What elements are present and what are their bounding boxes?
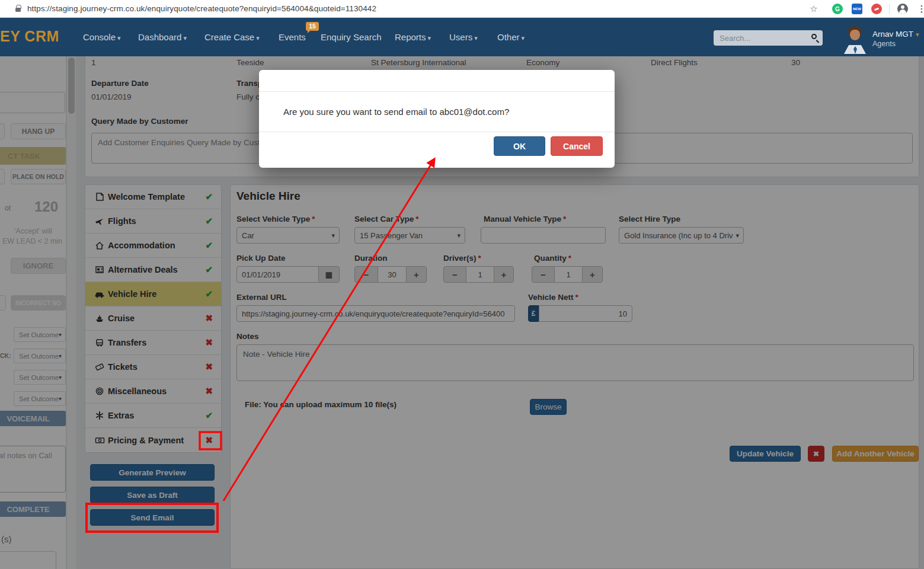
chrome-divider [889,4,890,14]
nav-events[interactable]: Events 15 [279,32,306,42]
top-navbar: EY CRM Console▾ Dashboard▾ Create Case▾ … [0,18,924,56]
send-email-confirm-dialog: Are you sure you want to send email to a… [259,70,615,168]
ok-button[interactable]: OK [494,136,545,156]
nav-enquiry-search[interactable]: Enquiry Search [321,32,382,42]
chevron-down-icon: ▾ [428,34,431,41]
chevron-down-icon: ▾ [474,34,478,41]
chevron-down-icon: ▾ [916,31,919,38]
chevron-down-icon: ▾ [117,34,121,41]
chevron-down-icon: ▾ [183,34,187,41]
browser-profile-icon[interactable] [897,4,908,14]
user-avatar[interactable] [844,26,866,54]
search-icon[interactable] [811,34,817,39]
nav-console[interactable]: Console▾ [83,32,121,42]
chevron-down-icon: ▾ [522,34,525,41]
journey-crm-page: https://staging.journey-crm.co.uk/enquir… [0,0,924,569]
address-bar[interactable]: https://staging.journey-crm.co.uk/enquir… [27,4,376,13]
nav-dashboard[interactable]: Dashboard▾ [138,32,187,42]
cancel-button[interactable]: Cancel [551,136,603,156]
nav-create-case[interactable]: Create Case▾ [204,32,260,42]
search-input[interactable] [714,30,823,46]
browser-chrome: https://staging.journey-crm.co.uk/enquir… [0,0,924,18]
lock-icon [15,8,21,12]
new-extension-icon[interactable]: NEW [852,4,862,14]
nav-reports[interactable]: Reports▾ [395,32,431,42]
journey-crm-logo[interactable]: EY CRM [0,28,59,45]
nav-other[interactable]: Other▾ [497,32,525,42]
dialog-header [259,70,615,92]
events-count-badge: 15 [306,22,319,31]
avatar-face [850,30,860,40]
chevron-down-icon: ▾ [256,34,260,41]
user-menu[interactable]: Arnav MGT▾ [872,30,919,39]
user-role: Agents [872,40,896,48]
global-search [714,30,823,46]
dialog-message: Are you sure you want to send email to a… [283,92,603,132]
dialog-footer: OK Cancel [259,132,615,168]
browser-menu-icon[interactable]: ⋮ [916,4,924,14]
grammarly-extension-icon[interactable]: G [832,4,843,14]
red-extension-icon[interactable] [871,4,882,14]
nav-users[interactable]: Users▾ [449,32,478,42]
bookmark-star-icon[interactable]: ☆ [808,4,819,14]
